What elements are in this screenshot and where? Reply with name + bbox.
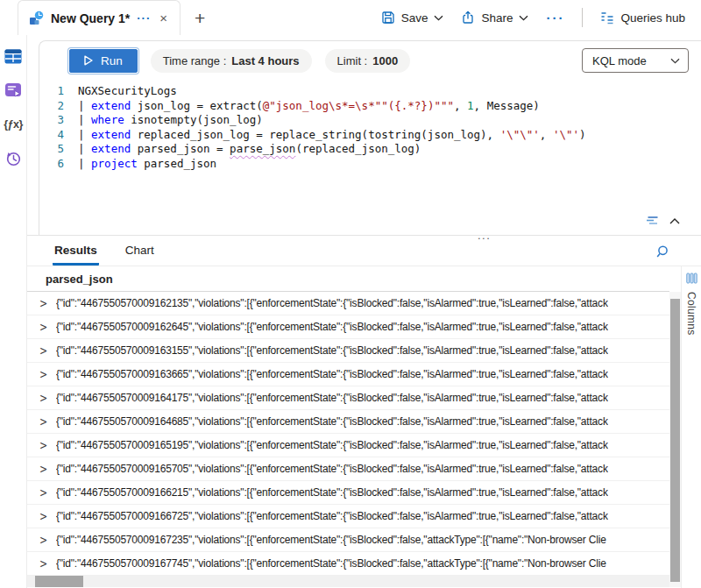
- share-button[interactable]: Share: [456, 7, 534, 28]
- row-json-text: {"id":"4467550570009167235","violations"…: [56, 534, 606, 546]
- table-row[interactable]: >{"id":"4467550570009167745","violations…: [27, 552, 669, 576]
- code-text: | where isnotempty(json_log): [78, 113, 263, 128]
- results-panel: Results Chart parsed_json >{"id":"446755…: [27, 235, 701, 588]
- code-line[interactable]: 4| extend replaced_json_log = replace_st…: [39, 128, 701, 143]
- row-expand-chevron-icon[interactable]: >: [37, 556, 50, 570]
- row-expand-chevron-icon[interactable]: >: [37, 414, 50, 429]
- row-json-text: {"id":"4467550570009164685","violations"…: [56, 415, 608, 428]
- row-json-text: {"id":"4467550570009163155","violations"…: [56, 344, 608, 357]
- table-row[interactable]: >{"id":"4467550570009165195","violations…: [27, 434, 669, 457]
- code-text: | project parsed_json: [78, 157, 216, 172]
- new-tab-button[interactable]: +: [195, 9, 205, 27]
- queries-hub-icon: [600, 11, 614, 25]
- horizontal-scrollbar-thumb[interactable]: [35, 576, 83, 587]
- save-button[interactable]: Save: [376, 7, 450, 28]
- columns-icon[interactable]: [686, 273, 697, 284]
- row-expand-chevron-icon[interactable]: >: [37, 462, 50, 476]
- results-tab-bar: Results Chart: [27, 236, 701, 266]
- run-button[interactable]: Run: [69, 49, 138, 73]
- horizontal-scrollbar[interactable]: [27, 576, 669, 587]
- more-actions-button[interactable]: ···: [541, 7, 570, 29]
- table-row[interactable]: >{"id":"4467550570009164685","violations…: [27, 410, 669, 434]
- code-line[interactable]: 1NGXSecurityLogs: [39, 84, 701, 99]
- code-text: | extend parsed_json = parse_json(replac…: [78, 142, 421, 157]
- results-body: parsed_json >{"id":"4467550570009162135"…: [27, 266, 701, 588]
- kql-mode-select[interactable]: KQL mode: [582, 48, 689, 73]
- query-card-icon[interactable]: [4, 81, 23, 100]
- search-icon[interactable]: [656, 244, 671, 259]
- time-range-label: Time range :: [163, 54, 227, 67]
- line-number: 4: [39, 128, 78, 143]
- functions-icon[interactable]: {ƒx}: [4, 115, 23, 134]
- editor-footer-actions: [646, 216, 680, 226]
- row-expand-chevron-icon[interactable]: >: [37, 296, 50, 310]
- main-area: {ƒx} Run Time range : La: [0, 35, 701, 588]
- share-chevron-down-icon[interactable]: [519, 15, 528, 21]
- line-number: 6: [39, 157, 78, 172]
- vertical-scrollbar-thumb[interactable]: [670, 299, 680, 582]
- table-row[interactable]: >{"id":"4467550570009167235","violations…: [27, 528, 669, 552]
- share-icon: [461, 11, 475, 25]
- code-line[interactable]: 2| extend json_log = extract(@"json_log\…: [39, 99, 701, 114]
- columns-panel-label: Columns: [685, 292, 697, 335]
- tab-close-icon[interactable]: ×: [158, 11, 169, 25]
- row-json-text: {"id":"4467550570009164175","violations"…: [56, 392, 608, 404]
- results-grid: parsed_json >{"id":"4467550570009162135"…: [27, 266, 669, 588]
- row-expand-chevron-icon[interactable]: >: [37, 320, 50, 334]
- table-row[interactable]: >{"id":"4467550570009162135","violations…: [27, 292, 669, 315]
- table-row[interactable]: >{"id":"4467550570009164175","violations…: [27, 386, 669, 410]
- code-line[interactable]: 3| where isnotempty(json_log): [39, 113, 701, 128]
- tab-more-icon[interactable]: ···: [137, 11, 151, 25]
- row-json-text: {"id":"4467550570009166215","violations"…: [56, 486, 608, 499]
- time-range-value: Last 4 hours: [231, 54, 299, 67]
- row-expand-chevron-icon[interactable]: >: [37, 509, 50, 523]
- table-row[interactable]: >{"id":"4467550570009166725","violations…: [27, 505, 669, 528]
- table-data-icon[interactable]: [4, 46, 23, 66]
- tab-bar-actions: Save Share ···: [376, 7, 701, 29]
- content-area: Run Time range : Last 4 hours Limit : 10…: [27, 35, 701, 588]
- code-line[interactable]: 5| extend parsed_json = parse_json(repla…: [39, 142, 701, 157]
- code-line[interactable]: 6| project parsed_json: [39, 157, 701, 172]
- code-text: | extend replaced_json_log = replace_str…: [78, 128, 586, 143]
- play-icon: [84, 55, 93, 66]
- kql-editor[interactable]: 1NGXSecurityLogs2| extend json_log = ext…: [39, 84, 701, 171]
- vertical-scrollbar[interactable]: [669, 292, 681, 587]
- toolbar-divider: [582, 8, 583, 27]
- tab-chart[interactable]: Chart: [124, 244, 156, 266]
- results-rows: >{"id":"4467550570009162135","violations…: [27, 292, 669, 576]
- table-row[interactable]: >{"id":"4467550570009162645","violations…: [27, 315, 669, 339]
- row-expand-chevron-icon[interactable]: >: [37, 367, 50, 381]
- format-lines-icon[interactable]: [646, 216, 660, 226]
- row-expand-chevron-icon[interactable]: >: [37, 485, 50, 499]
- collapse-editor-icon[interactable]: [669, 217, 680, 224]
- tab-results[interactable]: Results: [53, 244, 99, 266]
- column-header-parsed-json[interactable]: parsed_json: [27, 266, 669, 292]
- code-text: | extend json_log = extract(@"json_log\s…: [78, 99, 540, 114]
- row-expand-chevron-icon[interactable]: >: [37, 438, 50, 452]
- row-expand-chevron-icon[interactable]: >: [37, 533, 50, 547]
- row-json-text: {"id":"4467550570009165195","violations"…: [56, 439, 608, 451]
- table-row[interactable]: >{"id":"4467550570009163155","violations…: [27, 339, 669, 363]
- history-icon[interactable]: [4, 149, 23, 168]
- time-range-pill[interactable]: Time range : Last 4 hours: [151, 49, 312, 73]
- line-number: 5: [39, 142, 78, 157]
- tab-bar: New Query 1* ··· × + Save: [0, 0, 701, 35]
- table-row[interactable]: >{"id":"4467550570009163665","violations…: [27, 363, 669, 386]
- row-expand-chevron-icon[interactable]: >: [37, 391, 50, 405]
- table-row[interactable]: >{"id":"4467550570009165705","violations…: [27, 457, 669, 481]
- query-tab[interactable]: New Query 1* ··· ×: [18, 0, 181, 35]
- code-text: NGXSecurityLogs: [78, 84, 177, 99]
- save-icon: [381, 11, 395, 25]
- row-json-text: {"id":"4467550570009166725","violations"…: [56, 510, 608, 522]
- left-rail: {ƒx}: [0, 35, 27, 588]
- kql-mode-value: KQL mode: [592, 54, 647, 67]
- save-chevron-down-icon[interactable]: [434, 15, 443, 21]
- run-label: Run: [101, 54, 123, 67]
- limit-pill[interactable]: Limit : 1000: [325, 49, 411, 73]
- columns-side-panel[interactable]: Columns: [681, 266, 701, 588]
- adx-logo-icon: [29, 11, 44, 25]
- table-row[interactable]: >{"id":"4467550570009166215","violations…: [27, 481, 669, 505]
- queries-hub-button[interactable]: Queries hub: [595, 8, 690, 28]
- row-expand-chevron-icon[interactable]: >: [37, 344, 50, 358]
- row-json-text: {"id":"4467550570009165705","violations"…: [56, 463, 608, 475]
